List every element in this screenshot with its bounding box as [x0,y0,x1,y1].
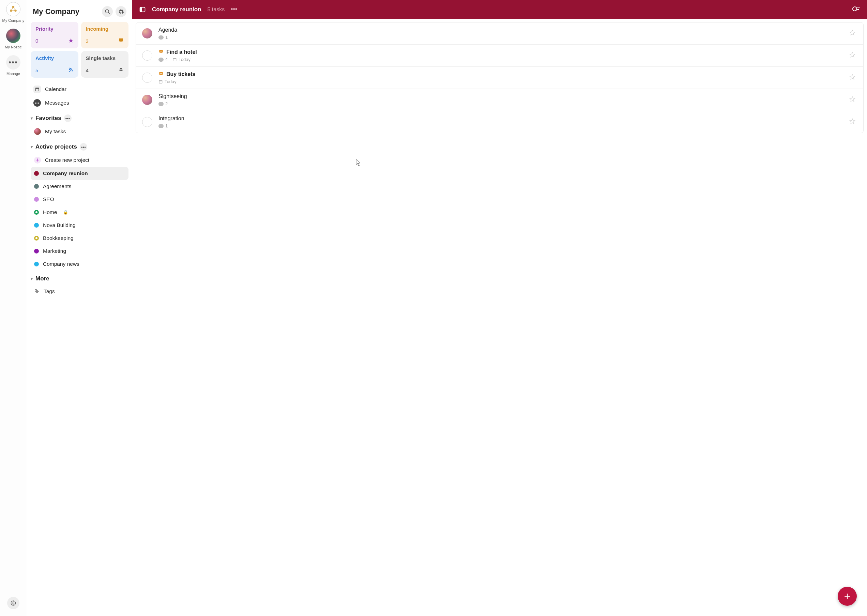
assignee-avatar-icon[interactable] [142,95,152,105]
project-item[interactable]: Agreements [31,180,129,193]
cursor-icon [356,159,361,168]
comment-icon [159,35,164,39]
inbox-icon [118,38,124,44]
company-logo-icon [6,2,20,16]
task-meta: 4Today [159,57,848,62]
comment-icon [159,58,164,62]
rail-workspace-mynozbe[interactable]: My Nozbe [5,28,22,49]
task-meta: 2 [159,101,848,106]
task-meta: 1 [159,123,848,129]
star-button[interactable] [848,72,857,83]
star-icon: ★ [68,37,74,44]
project-color-dot-icon [34,249,39,253]
project-item[interactable]: Marketing [31,245,129,258]
card-priority-count: 0 [35,38,38,44]
project-task-count: 5 tasks [208,6,225,13]
card-priority[interactable]: Priority 0 ★ [31,22,79,49]
card-single-tasks[interactable]: Single tasks 4 [81,51,129,78]
complete-checkbox[interactable] [142,50,152,61]
calendar-icon [159,79,163,84]
toggle-sidebar-button[interactable] [139,6,146,13]
task-body: Find a hotel4Today [159,49,848,62]
complete-checkbox[interactable] [142,72,152,83]
plus-icon: + [844,590,851,603]
favorite-item-label: My tasks [45,129,66,135]
project-item-label: Company reunion [43,170,88,176]
task-body: Agenda1 [159,27,848,40]
create-project-button[interactable]: + Create new project [31,153,129,167]
dots-cluster-icon [118,67,124,74]
filter-button[interactable] [852,5,860,14]
project-item[interactable]: Nova Building [31,219,129,232]
sidebar-title: My Company [33,7,79,16]
search-button[interactable] [102,6,113,17]
nav-messages[interactable]: ••• Messages [31,96,129,110]
active-projects-more-button[interactable]: ••• [80,143,87,151]
section-favorites-header[interactable]: ▾ Favorites ••• [31,110,129,125]
project-item[interactable]: Bookkeeping [31,232,129,245]
project-item-label: Bookkeeping [43,235,74,241]
nav-calendar[interactable]: Calendar [31,82,129,96]
comment-icon [159,124,164,128]
star-button[interactable] [848,94,857,105]
comment-count: 4 [159,57,168,62]
svg-point-5 [121,69,123,71]
project-more-button[interactable]: ••• [231,6,237,13]
section-more-header[interactable]: ▾ More [31,270,129,285]
create-project-label: Create new project [45,157,89,163]
star-button[interactable] [848,116,857,127]
ellipsis-icon: ••• [6,55,20,69]
due-date: Today [159,79,176,84]
add-task-fab[interactable]: + [838,587,857,606]
project-title: Company reunion [152,6,201,13]
rail-mynozbe-label: My Nozbe [5,45,22,49]
project-color-dot-icon [34,236,39,240]
project-item[interactable]: SEO [31,193,129,206]
star-button[interactable] [848,28,857,39]
rail-globe-button[interactable] [7,597,19,609]
project-item-label: SEO [43,196,54,203]
task-row[interactable]: Integration1 [136,111,863,133]
workspace-rail: My Company My Nozbe ••• Manage [0,0,27,616]
star-outline-icon [849,29,856,36]
tag-icon [34,289,39,294]
comment-count: 1 [159,35,168,40]
nav-calendar-label: Calendar [45,86,66,92]
settings-button[interactable] [115,6,126,17]
star-button[interactable] [848,50,857,61]
rail-workspace-company[interactable]: My Company [2,2,25,22]
favorites-more-button[interactable]: ••• [64,115,72,122]
project-item[interactable]: Company news [31,258,129,270]
task-row[interactable]: Sightseeing2 [136,89,863,111]
task-row[interactable]: Agenda1 [136,22,863,45]
project-item[interactable]: Home🔒 [31,206,129,219]
project-item[interactable]: Company reunion [31,167,129,180]
gear-icon [118,9,124,15]
rail-manage[interactable]: ••• Manage [6,55,20,75]
star-outline-icon [849,118,856,125]
card-incoming[interactable]: Incoming 3 [81,22,129,49]
card-activity-title: Activity [35,55,74,61]
card-single-count: 4 [86,68,89,73]
incoming-icon [159,49,164,55]
task-title: Integration [159,115,184,122]
panel-icon [139,6,146,13]
plus-icon: + [34,157,41,163]
task-row[interactable]: Buy ticketsToday [136,67,863,89]
section-active-projects-header[interactable]: ▾ Active projects ••• [31,138,129,153]
task-body: Buy ticketsToday [159,71,848,84]
task-row[interactable]: Find a hotel4Today [136,45,863,67]
rail-company-label: My Company [2,19,25,22]
complete-checkbox[interactable] [142,117,152,127]
card-priority-title: Priority [35,26,74,32]
assignee-avatar-icon[interactable] [142,28,152,39]
svg-point-4 [119,69,121,71]
project-color-dot-icon [34,210,39,215]
task-title: Agenda [159,27,177,33]
card-activity[interactable]: Activity 5 [31,51,79,78]
nav-tags[interactable]: Tags [31,285,129,298]
section-more-label: More [35,275,49,282]
caret-down-icon: ▾ [31,145,33,149]
favorite-item-mytasks[interactable]: My tasks [31,125,129,138]
svg-point-9 [853,7,857,11]
